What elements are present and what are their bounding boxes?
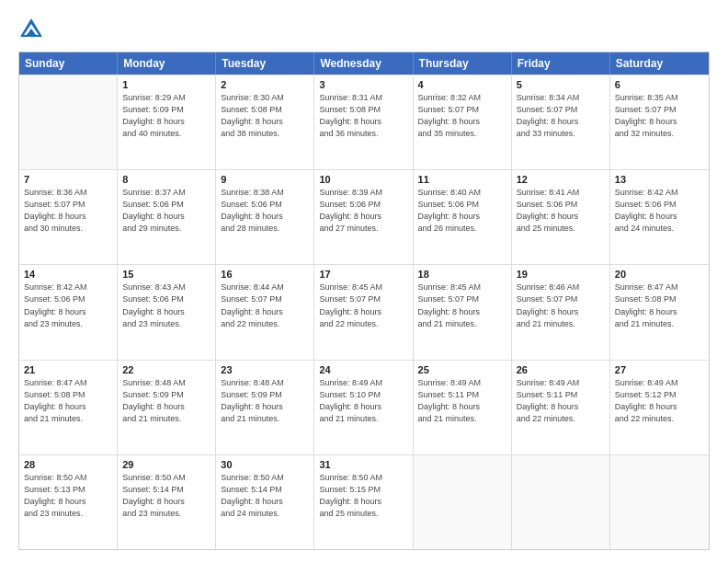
day-info: Sunrise: 8:31 AMSunset: 5:08 PMDaylight:… <box>319 92 407 140</box>
day-number: 20 <box>615 269 704 280</box>
day-number: 15 <box>122 269 210 280</box>
day-info: Sunrise: 8:30 AMSunset: 5:08 PMDaylight:… <box>221 92 309 140</box>
day-info: Sunrise: 8:49 AMSunset: 5:11 PMDaylight:… <box>517 377 605 425</box>
calendar-cell: 6Sunrise: 8:35 AMSunset: 5:07 PMDaylight… <box>610 75 709 169</box>
day-info: Sunrise: 8:45 AMSunset: 5:07 PMDaylight:… <box>319 282 407 329</box>
calendar-cell: 15Sunrise: 8:43 AMSunset: 5:06 PMDayligh… <box>118 265 216 359</box>
day-number: 17 <box>319 269 407 280</box>
day-info: Sunrise: 8:40 AMSunset: 5:06 PMDaylight:… <box>418 187 506 235</box>
day-number: 4 <box>418 79 506 90</box>
day-info: Sunrise: 8:39 AMSunset: 5:06 PMDaylight:… <box>319 187 407 235</box>
calendar-cell <box>512 455 610 549</box>
day-number: 22 <box>122 364 210 375</box>
weekday-header: Wednesday <box>314 52 413 75</box>
calendar-cell: 22Sunrise: 8:48 AMSunset: 5:09 PMDayligh… <box>118 361 216 454</box>
day-info: Sunrise: 8:46 AMSunset: 5:07 PMDaylight:… <box>517 282 605 329</box>
calendar-cell <box>19 75 118 169</box>
day-number: 29 <box>122 459 210 470</box>
weekday-header: Thursday <box>414 52 512 75</box>
calendar-cell: 11Sunrise: 8:40 AMSunset: 5:06 PMDayligh… <box>414 170 512 264</box>
calendar-cell <box>414 455 512 549</box>
day-info: Sunrise: 8:49 AMSunset: 5:10 PMDaylight:… <box>319 377 407 425</box>
day-info: Sunrise: 8:50 AMSunset: 5:14 PMDaylight:… <box>122 472 210 520</box>
calendar-cell: 10Sunrise: 8:39 AMSunset: 5:06 PMDayligh… <box>314 170 413 264</box>
day-number: 26 <box>517 364 605 375</box>
day-info: Sunrise: 8:35 AMSunset: 5:07 PMDaylight:… <box>615 92 704 140</box>
day-info: Sunrise: 8:48 AMSunset: 5:09 PMDaylight:… <box>221 377 309 425</box>
weekday-header: Monday <box>118 52 216 75</box>
day-info: Sunrise: 8:47 AMSunset: 5:08 PMDaylight:… <box>615 282 704 329</box>
day-number: 6 <box>615 79 704 90</box>
day-number: 1 <box>122 79 210 90</box>
calendar-row: 28Sunrise: 8:50 AMSunset: 5:13 PMDayligh… <box>19 454 709 549</box>
day-number: 2 <box>221 79 309 90</box>
calendar-cell: 2Sunrise: 8:30 AMSunset: 5:08 PMDaylight… <box>216 75 314 169</box>
calendar-cell: 9Sunrise: 8:38 AMSunset: 5:06 PMDaylight… <box>216 170 314 264</box>
day-number: 28 <box>24 459 112 470</box>
calendar-row: 1Sunrise: 8:29 AMSunset: 5:09 PMDaylight… <box>19 75 709 169</box>
day-info: Sunrise: 8:50 AMSunset: 5:14 PMDaylight:… <box>221 472 309 520</box>
calendar-cell: 31Sunrise: 8:50 AMSunset: 5:15 PMDayligh… <box>314 455 413 549</box>
calendar-cell: 3Sunrise: 8:31 AMSunset: 5:08 PMDaylight… <box>314 75 413 169</box>
calendar-cell: 17Sunrise: 8:45 AMSunset: 5:07 PMDayligh… <box>314 265 413 359</box>
day-info: Sunrise: 8:50 AMSunset: 5:13 PMDaylight:… <box>24 472 112 520</box>
day-number: 18 <box>418 269 506 280</box>
logo-icon <box>18 17 44 42</box>
calendar-cell: 20Sunrise: 8:47 AMSunset: 5:08 PMDayligh… <box>610 265 709 359</box>
header <box>18 17 710 42</box>
calendar-cell: 29Sunrise: 8:50 AMSunset: 5:14 PMDayligh… <box>118 455 216 549</box>
day-number: 11 <box>418 174 506 185</box>
calendar-header: SundayMondayTuesdayWednesdayThursdayFrid… <box>19 52 709 75</box>
calendar-body: 1Sunrise: 8:29 AMSunset: 5:09 PMDaylight… <box>19 75 709 549</box>
day-info: Sunrise: 8:32 AMSunset: 5:07 PMDaylight:… <box>418 92 506 140</box>
calendar-cell: 13Sunrise: 8:42 AMSunset: 5:06 PMDayligh… <box>610 170 709 264</box>
day-number: 19 <box>517 269 605 280</box>
day-number: 23 <box>221 364 309 375</box>
calendar-cell: 8Sunrise: 8:37 AMSunset: 5:06 PMDaylight… <box>118 170 216 264</box>
page: SundayMondayTuesdayWednesdayThursdayFrid… <box>0 0 728 563</box>
calendar-cell: 7Sunrise: 8:36 AMSunset: 5:07 PMDaylight… <box>19 170 118 264</box>
calendar-cell: 21Sunrise: 8:47 AMSunset: 5:08 PMDayligh… <box>19 361 118 454</box>
day-info: Sunrise: 8:42 AMSunset: 5:06 PMDaylight:… <box>615 187 704 235</box>
day-number: 8 <box>122 174 210 185</box>
day-info: Sunrise: 8:38 AMSunset: 5:06 PMDaylight:… <box>221 187 309 235</box>
day-info: Sunrise: 8:43 AMSunset: 5:06 PMDaylight:… <box>122 282 210 329</box>
day-info: Sunrise: 8:29 AMSunset: 5:09 PMDaylight:… <box>122 92 210 140</box>
calendar-cell: 24Sunrise: 8:49 AMSunset: 5:10 PMDayligh… <box>314 361 413 454</box>
day-info: Sunrise: 8:34 AMSunset: 5:07 PMDaylight:… <box>517 92 605 140</box>
calendar-cell: 25Sunrise: 8:49 AMSunset: 5:11 PMDayligh… <box>414 361 512 454</box>
day-number: 10 <box>319 174 407 185</box>
day-number: 14 <box>24 269 112 280</box>
weekday-header: Saturday <box>610 52 709 75</box>
calendar-cell: 1Sunrise: 8:29 AMSunset: 5:09 PMDaylight… <box>118 75 216 169</box>
day-number: 5 <box>517 79 605 90</box>
day-info: Sunrise: 8:44 AMSunset: 5:07 PMDaylight:… <box>221 282 309 329</box>
calendar-cell: 28Sunrise: 8:50 AMSunset: 5:13 PMDayligh… <box>19 455 118 549</box>
calendar-cell: 23Sunrise: 8:48 AMSunset: 5:09 PMDayligh… <box>216 361 314 454</box>
day-info: Sunrise: 8:50 AMSunset: 5:15 PMDaylight:… <box>319 472 407 520</box>
day-info: Sunrise: 8:42 AMSunset: 5:06 PMDaylight:… <box>24 282 112 329</box>
day-number: 3 <box>319 79 407 90</box>
weekday-header: Tuesday <box>216 52 314 75</box>
calendar: SundayMondayTuesdayWednesdayThursdayFrid… <box>18 52 710 550</box>
day-number: 27 <box>615 364 704 375</box>
calendar-cell: 12Sunrise: 8:41 AMSunset: 5:06 PMDayligh… <box>512 170 610 264</box>
day-info: Sunrise: 8:41 AMSunset: 5:06 PMDaylight:… <box>517 187 605 235</box>
logo <box>18 17 48 42</box>
day-number: 13 <box>615 174 704 185</box>
calendar-cell: 26Sunrise: 8:49 AMSunset: 5:11 PMDayligh… <box>512 361 610 454</box>
calendar-cell: 5Sunrise: 8:34 AMSunset: 5:07 PMDaylight… <box>512 75 610 169</box>
day-number: 12 <box>517 174 605 185</box>
day-number: 30 <box>221 459 309 470</box>
calendar-cell <box>610 455 709 549</box>
calendar-cell: 27Sunrise: 8:49 AMSunset: 5:12 PMDayligh… <box>610 361 709 454</box>
calendar-cell: 4Sunrise: 8:32 AMSunset: 5:07 PMDaylight… <box>414 75 512 169</box>
day-info: Sunrise: 8:36 AMSunset: 5:07 PMDaylight:… <box>24 187 112 235</box>
day-number: 21 <box>24 364 112 375</box>
day-number: 9 <box>221 174 309 185</box>
day-info: Sunrise: 8:49 AMSunset: 5:12 PMDaylight:… <box>615 377 704 425</box>
calendar-cell: 14Sunrise: 8:42 AMSunset: 5:06 PMDayligh… <box>19 265 118 359</box>
calendar-cell: 19Sunrise: 8:46 AMSunset: 5:07 PMDayligh… <box>512 265 610 359</box>
day-info: Sunrise: 8:37 AMSunset: 5:06 PMDaylight:… <box>122 187 210 235</box>
weekday-header: Friday <box>512 52 610 75</box>
